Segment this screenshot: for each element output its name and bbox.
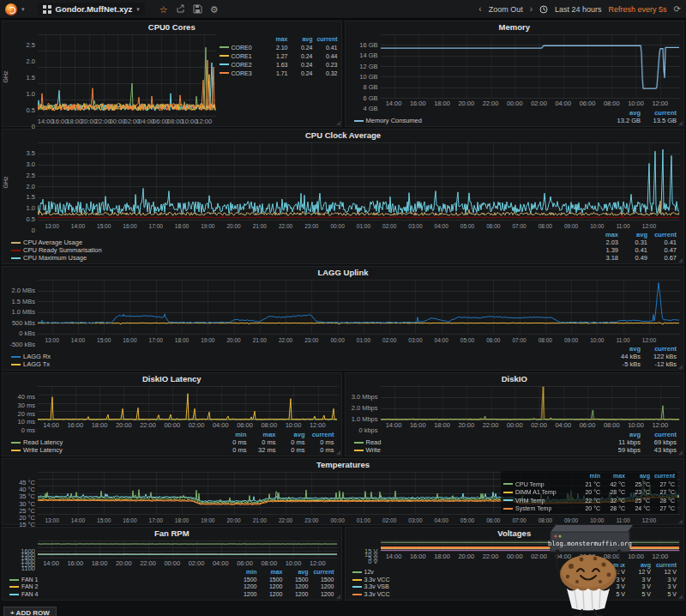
legend-series-memory-consumed[interactable]: Memory Consumed xyxy=(354,117,605,124)
legend-series-write[interactable]: Write xyxy=(354,446,605,454)
legend-series-cpu-ready-summarisation[interactable]: CPU Ready Summarisation xyxy=(11,246,589,254)
legend-series-system-temp[interactable]: System Temp xyxy=(503,504,575,512)
chart-plot[interactable]: 14:0016:0018:0020:0022:0000:0002:0004:00… xyxy=(381,384,681,430)
legend-stat-header[interactable]: max xyxy=(247,431,276,438)
refresh-interval-button[interactable]: Refresh every 5s xyxy=(609,5,667,14)
add-row-button[interactable]: + ADD ROW xyxy=(3,607,57,616)
legend-stat-header[interactable]: min xyxy=(574,562,599,570)
x-tick-label: 07:00 xyxy=(512,337,526,343)
legend-stat-header[interactable]: max xyxy=(600,472,625,480)
legend-series-fan-4[interactable]: FAN 4 xyxy=(9,591,232,599)
legend-series-core3[interactable]: CORE3 xyxy=(220,69,263,77)
legend-series-write-latency[interactable]: Write Latency xyxy=(11,446,218,454)
chart-plot[interactable]: 14:0016:0018:0020:0022:0000:0002:0004:00… xyxy=(381,539,681,561)
legend-series-3-3v-vcc[interactable]: 3.3v VCC xyxy=(352,591,575,599)
grafana-logo-icon[interactable] xyxy=(5,3,17,15)
panel-title[interactable]: CPU Clock Average xyxy=(3,130,683,141)
save-icon[interactable] xyxy=(193,4,202,14)
gear-icon[interactable]: ⚙ xyxy=(210,5,219,14)
legend-stat-header[interactable]: current xyxy=(641,109,677,117)
legend-series-cpu-average-usage[interactable]: CPU Average Usage xyxy=(11,239,589,246)
x-tick-label: 16:00 xyxy=(123,517,136,523)
x-tick-label: 16:00 xyxy=(67,421,83,429)
legend-stat-header[interactable]: max xyxy=(589,231,618,239)
legend-stat-header[interactable]: current xyxy=(650,472,675,480)
legend-stat-header[interactable]: avg xyxy=(283,569,309,577)
chart-plot[interactable]: 14:0016:0018:0020:0022:0000:0002:0004:00… xyxy=(38,33,216,126)
legend-stat-header[interactable]: current xyxy=(641,345,677,353)
legend-stat-header[interactable]: current xyxy=(647,231,677,239)
panel-title[interactable]: DiskIO xyxy=(346,373,684,384)
chart-canvas[interactable] xyxy=(38,540,338,559)
time-range-button[interactable]: Last 24 hours xyxy=(555,5,602,14)
chart-plot[interactable]: 14:0016:0018:0020:0022:0000:0002:0004:00… xyxy=(38,384,338,430)
legend-series-core2[interactable]: CORE2 xyxy=(220,61,263,69)
legend-stat-header[interactable]: avg xyxy=(605,109,641,117)
legend-series-vrm-temp[interactable]: VRM Temp xyxy=(503,497,575,504)
legend-stat-header[interactable]: current xyxy=(641,431,677,438)
legend-stat-header[interactable]: current xyxy=(651,562,677,570)
panel-title[interactable]: Temperatures xyxy=(3,459,683,470)
panel-title[interactable]: DiskIO Latency xyxy=(3,373,341,384)
legend-series-cpu-maximum-usage[interactable]: CPU Maximum Usage xyxy=(11,254,589,262)
refresh-icon[interactable]: ⟳ xyxy=(674,4,681,14)
legend-stat-header[interactable]: current xyxy=(309,569,334,577)
chart-plot[interactable]: 14:0016:0018:0020:0022:0000:0002:0004:00… xyxy=(381,33,681,108)
panel-title[interactable]: Memory xyxy=(346,21,684,33)
chart-canvas[interactable] xyxy=(381,540,681,552)
legend-stat-header[interactable]: avg xyxy=(288,35,313,43)
chart-canvas[interactable] xyxy=(38,279,680,335)
chart-plot[interactable]: 13:0014:0015:0016:0017:0018:0019:0020:00… xyxy=(38,470,680,524)
legend-stat-header[interactable]: avg xyxy=(625,472,650,480)
legend-stat-header[interactable]: max xyxy=(599,562,625,570)
legend-series-lagg-rx[interactable]: LAGG Rx xyxy=(11,353,605,360)
chevron-right-icon[interactable]: › xyxy=(530,4,533,14)
dashboard-picker[interactable]: Gondor.MuffNet.xyz ▾ xyxy=(38,3,145,15)
legend-series-read[interactable]: Read xyxy=(354,438,605,446)
legend-series-core0[interactable]: CORE0 xyxy=(220,44,263,51)
panel-title[interactable]: LAGG Uplink xyxy=(3,267,683,278)
legend-stat-header[interactable]: max xyxy=(257,569,283,577)
legend-stat-header[interactable]: min xyxy=(218,431,247,438)
x-tick-label: 20:00 xyxy=(458,421,474,429)
panel-title[interactable]: Voltages xyxy=(346,528,684,539)
chart-canvas[interactable] xyxy=(38,142,680,220)
legend-series-core1[interactable]: CORE1 xyxy=(220,52,263,60)
legend-stat-header[interactable]: current xyxy=(313,35,338,43)
legend-series-lagg-tx[interactable]: LAGG Tx xyxy=(11,360,605,368)
legend-stat-header[interactable]: avg xyxy=(276,431,305,438)
legend-series-3-3v-vsb[interactable]: 3.3v VSB xyxy=(352,583,575,591)
x-tick-label: 09:00 xyxy=(564,223,578,229)
legend-series-dimm-a1-temp[interactable]: DIMM A1 Temp xyxy=(503,488,575,496)
legend-stat-header[interactable]: max xyxy=(263,35,288,43)
chart-canvas[interactable] xyxy=(38,33,216,117)
star-icon[interactable]: ☆ xyxy=(159,5,168,14)
logo-caret-icon[interactable]: ▾ xyxy=(21,6,25,13)
chart-canvas[interactable] xyxy=(38,385,338,420)
chart-canvas[interactable] xyxy=(381,385,681,420)
legend-stat-header[interactable]: avg xyxy=(618,231,647,239)
zoom-out-button[interactable]: Zoom Out xyxy=(489,5,523,14)
share-icon[interactable] xyxy=(176,4,185,14)
chevron-left-icon[interactable]: ‹ xyxy=(478,4,481,14)
legend-row: Read11 kbps69 kbps xyxy=(354,438,677,446)
legend-stat-header[interactable]: min xyxy=(575,472,600,480)
chart-canvas[interactable] xyxy=(381,33,681,99)
panel-title[interactable]: CPU0 Cores xyxy=(3,21,341,33)
legend-stat-header[interactable]: avg xyxy=(605,431,641,438)
legend-stat-header[interactable]: min xyxy=(232,569,257,577)
legend-series-cpu-temp[interactable]: CPU Temp xyxy=(503,480,575,488)
chart-plot[interactable]: 14:0016:0018:0020:0022:0000:0002:0004:00… xyxy=(38,539,338,568)
panel-title[interactable]: Fan RPM xyxy=(3,528,341,539)
x-tick-label: 12:00 xyxy=(642,223,656,229)
legend-stat-header[interactable]: avg xyxy=(625,562,651,570)
legend-series-fan-1[interactable]: FAN 1 xyxy=(9,577,232,584)
legend-series-fan-2[interactable]: FAN 2 xyxy=(9,583,232,591)
legend-stat-header[interactable]: current xyxy=(305,431,334,438)
legend-series-read-latency[interactable]: Read Latency xyxy=(11,438,218,446)
legend-series-12v[interactable]: 12v xyxy=(352,569,575,577)
legend-series-3-3v-vcc[interactable]: 3.3v VCC xyxy=(352,577,575,584)
chart-plot[interactable]: 13:0014:0015:0016:0017:0018:0019:0020:00… xyxy=(38,141,680,230)
chart-plot[interactable]: 13:0014:0015:0016:0017:0018:0019:0020:00… xyxy=(38,278,680,344)
legend-stat-header[interactable]: avg xyxy=(605,345,641,353)
